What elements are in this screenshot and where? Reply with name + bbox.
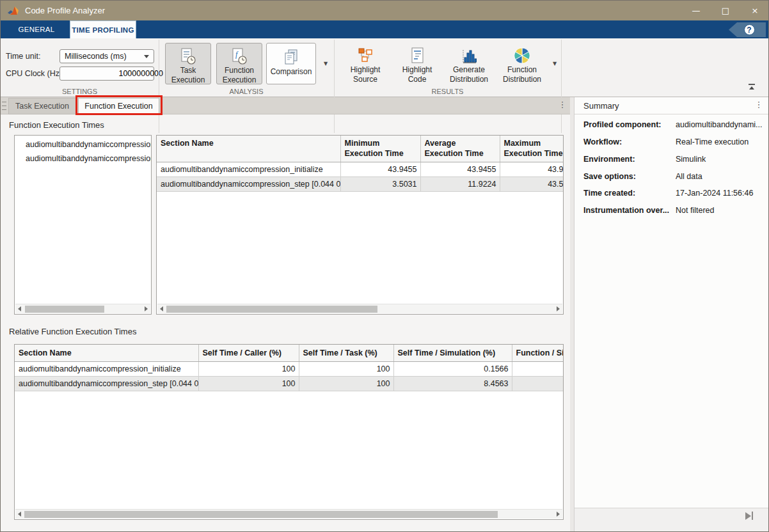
scroll-right-button[interactable] <box>142 304 150 313</box>
chevron-down-icon <box>144 55 149 58</box>
column-header-self-simulation: Self Time / Simulation (%) <box>393 345 512 362</box>
help-icon: ? <box>744 24 755 35</box>
close-button[interactable]: × <box>740 1 769 20</box>
ribbon-tab-strip: GENERAL TIME PROFILING ? <box>1 20 769 38</box>
scroll-left-button[interactable] <box>15 510 24 519</box>
table-horizontal-scrollbar <box>157 304 562 313</box>
triangle-right-icon <box>145 306 148 311</box>
function-times-title: Function Execution Times <box>9 120 104 130</box>
table-row[interactable]: audiomultibanddynamiccompression_step [0… <box>157 176 564 191</box>
scrollbar-thumb[interactable] <box>166 306 377 313</box>
task-execution-icon <box>178 47 198 66</box>
comparison-icon <box>281 47 301 67</box>
expand-panel-button[interactable] <box>745 512 753 520</box>
column-header-self-task: Self Time / Task (%) <box>299 345 393 362</box>
column-header-max: Maximum Execution Time <box>500 136 564 162</box>
relative-times-title: Relative Function Execution Times <box>9 327 136 336</box>
highlight-code-icon <box>408 46 427 65</box>
tab-time-profiling[interactable]: TIME PROFILING <box>70 20 136 38</box>
summary-menu-icon[interactable]: ⋮ <box>754 100 763 113</box>
summary-row: Instrumentation over...Not filtered <box>583 206 763 217</box>
collapse-ribbon-icon <box>749 84 755 85</box>
table-row[interactable]: audiomultibanddynamiccompression_step [0… <box>15 377 564 391</box>
summary-panel: Summary ⋮ Profiled component:audiomultib… <box>575 97 769 532</box>
analysis-dropdown-button[interactable]: ▼ <box>320 43 331 84</box>
minimize-icon: — <box>692 6 701 15</box>
scroll-right-button[interactable] <box>554 510 562 519</box>
triangle-left-icon <box>18 512 21 517</box>
column-header-min: Minimum Execution Time <box>340 136 420 162</box>
window-title: Code Profile Analyzer <box>25 6 105 15</box>
summary-header: Summary ⋮ <box>575 97 769 114</box>
triangle-right-icon <box>557 512 560 517</box>
summary-row: Save options:All data <box>583 172 763 184</box>
triangle-left-icon <box>18 306 21 311</box>
doc-tab-function-execution[interactable]: Function Execution <box>78 98 159 114</box>
highlight-source-icon <box>356 46 375 65</box>
column-header-section-name: Section Name <box>15 345 198 362</box>
relative-times-table-panel: Section Name Self Time / Caller (%) Self… <box>14 344 564 520</box>
scroll-left-button[interactable] <box>15 304 24 313</box>
panel-splitter[interactable] <box>570 97 575 532</box>
relative-times-table: Section Name Self Time / Caller (%) Self… <box>15 345 564 391</box>
function-times-table-panel: Section Name Minimum Execution Time Aver… <box>156 135 564 315</box>
document-tab-bar: Task Execution Function Execution ⋮ <box>1 97 570 114</box>
function-distribution-icon <box>512 46 532 65</box>
minimize-button[interactable]: — <box>681 1 711 20</box>
time-unit-dropdown[interactable]: Milliseconds (ms) <box>59 49 154 63</box>
expand-right-icon <box>745 512 751 520</box>
close-icon: × <box>752 6 759 15</box>
scrollbar-thumb[interactable] <box>25 306 104 313</box>
column-header-section-name: Section Name <box>157 136 340 162</box>
function-list-box: audiomultibanddynamiccompression audiomu… <box>14 135 152 315</box>
summary-row: Environment:Simulink <box>583 155 763 166</box>
table-row[interactable]: audiomultibanddynamiccompression_initial… <box>157 162 564 176</box>
comparison-button[interactable]: Comparison <box>266 43 316 84</box>
summary-footer <box>575 508 769 532</box>
tab-general[interactable]: GENERAL <box>8 20 65 38</box>
table-row[interactable]: audiomultibanddynamiccompression_initial… <box>15 362 564 377</box>
triangle-left-icon <box>160 306 163 311</box>
cpu-clock-label: CPU Clock (Hz): <box>6 69 65 78</box>
code-profile-analyzer-window: Code Profile Analyzer — □ × GENERAL TIME… <box>0 0 769 532</box>
summary-title: Summary <box>583 101 619 111</box>
title-bar: Code Profile Analyzer — □ × <box>1 1 769 20</box>
splitter-grip-icon[interactable] <box>2 100 6 111</box>
help-button[interactable]: ? <box>729 22 766 37</box>
settings-section-label: SETTINGS <box>1 88 159 97</box>
matlab-logo-icon <box>7 4 20 17</box>
highlight-code-button[interactable]: Highlight Code <box>393 43 441 84</box>
task-execution-button[interactable]: Task Execution <box>165 43 211 84</box>
list-horizontal-scrollbar <box>15 304 150 313</box>
triangle-right-icon <box>557 306 560 311</box>
collapse-ribbon-button[interactable] <box>748 84 756 90</box>
generate-distribution-button[interactable]: Generate Distribution <box>443 43 495 84</box>
column-header-avg: Average Execution Time <box>420 136 500 162</box>
doc-tab-task-execution[interactable]: Task Execution <box>8 98 76 114</box>
list-item[interactable]: audiomultibanddynamiccompression <box>15 137 151 152</box>
maximize-button[interactable]: □ <box>711 1 740 20</box>
table-horizontal-scrollbar <box>15 509 562 519</box>
results-dropdown-button[interactable]: ▼ <box>549 43 560 84</box>
generate-distribution-icon <box>459 46 479 65</box>
dropdown-arrow-icon: ▼ <box>324 61 328 66</box>
cpu-clock-field-wrap <box>59 66 154 81</box>
time-unit-value: Milliseconds (ms) <box>60 52 144 61</box>
results-section-label: RESULTS <box>334 88 561 97</box>
scroll-right-button[interactable] <box>554 304 562 313</box>
function-execution-button[interactable]: f Function Execution <box>216 43 262 84</box>
list-item[interactable]: audiomultibanddynamiccompression <box>15 152 151 166</box>
cpu-clock-input[interactable] <box>60 67 165 80</box>
column-header-function-sim: Function / Sim <box>512 345 564 362</box>
summary-row: Profiled component:audiomultibanddynami.… <box>583 120 763 132</box>
ribbon-toolbar: Time unit: Milliseconds (ms) CPU Clock (… <box>1 38 769 97</box>
function-distribution-button[interactable]: Function Distribution <box>496 43 548 84</box>
summary-row: Time created:17-Jan-2024 11:56:46 <box>583 189 763 200</box>
highlight-source-button[interactable]: Highlight Source <box>340 43 390 84</box>
document-tabs-menu-icon[interactable]: ⋮ <box>557 100 567 113</box>
time-unit-label: Time unit: <box>6 52 40 61</box>
maximize-icon: □ <box>722 6 729 15</box>
scroll-left-button[interactable] <box>157 304 166 313</box>
scrollbar-thumb[interactable] <box>24 511 498 518</box>
analysis-section-label: ANALYSIS <box>159 88 334 97</box>
